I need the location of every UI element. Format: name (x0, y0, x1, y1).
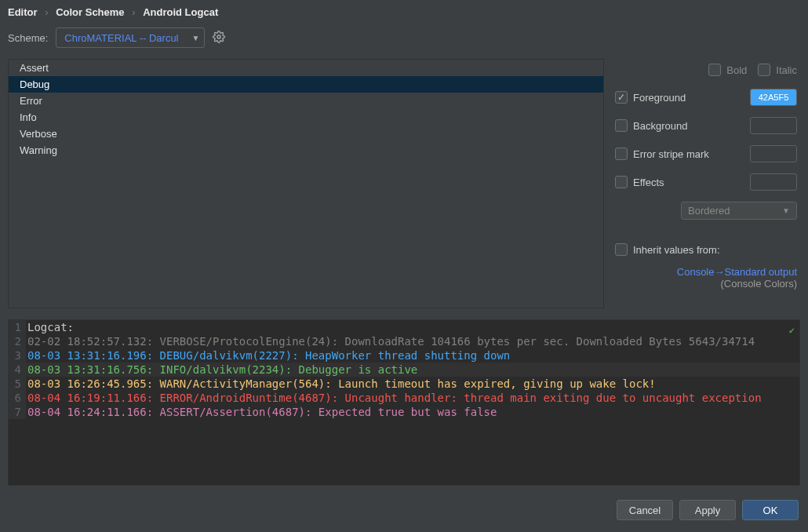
preview-line: 202-02 18:52:57.132: VERBOSE/ProtocolEng… (9, 334, 799, 348)
inherit-label: Inherit values from: (633, 244, 720, 256)
checkbox-icon (708, 64, 721, 76)
category-item-info[interactable]: Info (9, 109, 603, 126)
preview-line: 708-04 16:24:11.166: ASSERT/Assertion(46… (9, 405, 799, 419)
category-item-debug[interactable]: Debug (9, 76, 603, 93)
error-stripe-label: Error stripe mark (633, 148, 709, 160)
error-stripe-checkbox[interactable]: Error stripe mark (615, 148, 709, 160)
checkbox-checked-icon: ✓ (615, 91, 628, 104)
effects-swatch[interactable] (750, 173, 797, 191)
preview-title: Logcat: (26, 320, 799, 334)
error-stripe-swatch[interactable] (750, 145, 797, 162)
gutter: 6 (9, 391, 26, 405)
category-item-assert[interactable]: Assert (9, 60, 603, 76)
preview-text: 08-04 16:19:11.166: ERROR/AndroidRuntime… (26, 391, 799, 405)
effects-checkbox[interactable]: Effects (615, 176, 664, 188)
preview-line: 608-04 16:19:11.166: ERROR/AndroidRuntim… (9, 391, 799, 405)
preview-text: 02-02 18:52:57.132: VERBOSE/ProtocolEngi… (26, 334, 799, 348)
gear-icon[interactable] (213, 31, 225, 46)
ok-button[interactable]: OK (742, 500, 799, 520)
gutter: 4 (9, 363, 26, 377)
gutter: 1 (9, 320, 26, 334)
breadcrumb-sep-icon: › (127, 6, 140, 18)
category-list[interactable]: AssertDebugErrorInfoVerboseWarning (8, 59, 604, 308)
gutter: 2 (9, 334, 26, 348)
inherit-sub: (Console Colors) (615, 278, 797, 290)
check-icon: ✔ (789, 323, 795, 337)
chevron-down-icon: ▼ (782, 206, 790, 215)
bold-checkbox[interactable]: Bold (708, 64, 747, 76)
bold-label: Bold (726, 64, 747, 76)
italic-label: Italic (776, 64, 797, 76)
checkbox-icon (615, 148, 628, 160)
chevron-down-icon: ▼ (191, 34, 199, 42)
preview-text: 08-03 13:31:16.196: DEBUG/dalvikvm(2227)… (26, 348, 799, 363)
gutter: 5 (9, 377, 26, 391)
breadcrumb: Editor › Color Scheme › Android Logcat (0, 0, 808, 21)
background-checkbox[interactable]: Background (615, 119, 687, 132)
category-item-error[interactable]: Error (9, 93, 603, 109)
effects-type-value: Bordered (688, 205, 730, 217)
checkbox-icon (615, 119, 628, 132)
breadcrumb-color-scheme[interactable]: Color Scheme (56, 6, 124, 18)
preview-line: 408-03 13:31:16.756: INFO/dalvikvm(2234)… (9, 363, 799, 377)
preview-line: 308-03 13:31:16.196: DEBUG/dalvikvm(2227… (9, 348, 799, 363)
breadcrumb-sep-icon: › (40, 6, 53, 18)
scheme-value: ChroMATERIAL -- Darcul (64, 32, 178, 44)
inherit-link[interactable]: Console→Standard output (677, 266, 797, 278)
inherit-checkbox[interactable]: Inherit values from: (615, 243, 720, 256)
category-item-verbose[interactable]: Verbose (9, 126, 603, 142)
preview-text: 08-03 13:31:16.756: INFO/dalvikvm(2234):… (26, 363, 799, 377)
breadcrumb-editor[interactable]: Editor (8, 6, 38, 18)
preview-text: 08-03 16:26:45.965: WARN/ActivityManager… (26, 377, 799, 391)
checkbox-icon (615, 176, 628, 188)
preview-text: 08-04 16:24:11.166: ASSERT/Assertion(468… (26, 405, 799, 419)
category-item-warning[interactable]: Warning (9, 142, 603, 159)
gutter: 7 (9, 405, 26, 419)
foreground-label: Foreground (633, 92, 686, 104)
svg-point-0 (217, 35, 220, 38)
effects-label: Effects (633, 177, 664, 188)
scheme-dropdown[interactable]: ChroMATERIAL -- Darcul ▼ (56, 27, 205, 48)
checkbox-icon (615, 243, 628, 256)
foreground-checkbox[interactable]: ✓ Foreground (615, 91, 686, 104)
background-swatch[interactable] (750, 117, 797, 134)
cancel-button[interactable]: Cancel (617, 500, 673, 520)
scheme-label: Scheme: (8, 32, 48, 44)
background-label: Background (633, 120, 687, 132)
gutter: 3 (9, 348, 26, 363)
breadcrumb-android-logcat[interactable]: Android Logcat (143, 6, 218, 18)
effects-type-dropdown[interactable]: Bordered ▼ (681, 202, 797, 220)
apply-button[interactable]: Apply (679, 500, 736, 520)
checkbox-icon (758, 64, 770, 76)
foreground-swatch[interactable]: 42A5F5 (750, 89, 797, 106)
preview-line: 508-03 16:26:45.965: WARN/ActivityManage… (9, 377, 799, 391)
italic-checkbox[interactable]: Italic (758, 64, 797, 76)
preview-pane: ✔ 1 Logcat: 202-02 18:52:57.132: VERBOSE… (8, 319, 800, 486)
